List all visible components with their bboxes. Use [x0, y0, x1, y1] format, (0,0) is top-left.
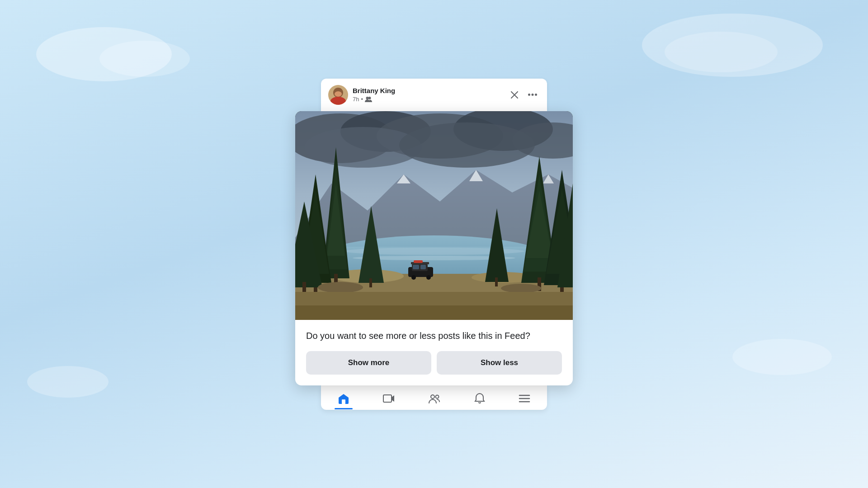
post-header-card: Brittany King 7h •	[321, 79, 547, 111]
svg-rect-56	[413, 265, 419, 269]
svg-point-4	[535, 94, 537, 96]
svg-point-2	[528, 94, 530, 96]
close-button[interactable]	[507, 88, 522, 102]
avatar	[328, 85, 348, 105]
svg-point-3	[532, 94, 534, 96]
svg-rect-53	[414, 260, 423, 263]
svg-rect-47	[369, 278, 372, 287]
nav-item-friends[interactable]	[421, 390, 448, 407]
bottom-nav	[321, 385, 547, 410]
modal-card: Do you want to see more or less posts li…	[295, 111, 573, 385]
show-more-button[interactable]: Show more	[306, 351, 431, 375]
dot-separator: •	[361, 96, 363, 103]
nav-item-video[interactable]	[376, 390, 402, 407]
post-time: 7h •	[353, 96, 503, 103]
svg-point-54	[411, 275, 416, 280]
question-text: Do you want to see more or less posts li…	[306, 330, 562, 342]
svg-point-12	[399, 122, 535, 168]
svg-rect-49	[495, 277, 498, 286]
svg-point-59	[501, 284, 542, 293]
post-meta: Brittany King 7h •	[353, 87, 503, 103]
post-actions	[507, 88, 540, 102]
svg-rect-62	[342, 399, 345, 404]
friends-privacy-icon	[365, 96, 372, 103]
show-less-button[interactable]: Show less	[437, 351, 562, 375]
photo-container	[295, 111, 573, 320]
svg-rect-57	[420, 265, 426, 269]
svg-point-58	[318, 282, 363, 293]
more-options-button[interactable]	[525, 88, 540, 102]
nav-item-menu[interactable]	[511, 391, 538, 406]
nav-item-home[interactable]	[330, 390, 357, 407]
svg-rect-63	[383, 395, 392, 402]
svg-point-65	[436, 395, 439, 398]
post-author: Brittany King	[353, 87, 503, 95]
nav-item-notifications[interactable]	[467, 390, 492, 407]
svg-point-55	[426, 275, 431, 280]
svg-rect-61	[295, 305, 573, 320]
card-wrapper: Brittany King 7h •	[307, 79, 561, 410]
buttons-row: Show more Show less	[295, 351, 573, 385]
svg-point-1	[368, 97, 371, 99]
svg-point-64	[431, 395, 434, 399]
question-area: Do you want to see more or less posts li…	[295, 320, 573, 351]
